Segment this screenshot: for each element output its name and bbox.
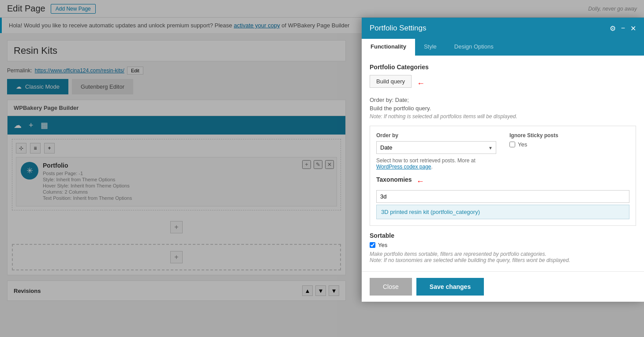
modal-tabs: Functionality Style Design Options <box>362 39 644 56</box>
query-row: Order by Date Title Modified Random Sele… <box>376 132 629 170</box>
order-by-select-wrapper: Date Title Modified Random <box>376 141 496 154</box>
order-by-select[interactable]: Date Title Modified Random <box>376 141 496 154</box>
modal-settings-button[interactable]: ⚙ <box>610 24 616 33</box>
order-by-subtitle: Build the portfolio query. <box>370 105 636 112</box>
codex-link[interactable]: WordPress codex page <box>376 164 431 170</box>
arrow-indicator-2: ← <box>416 177 424 186</box>
order-by-label: Order by <box>376 132 496 139</box>
order-by-text: Order by: Date; <box>370 97 636 103</box>
sortable-check-row: Yes <box>370 242 636 248</box>
sortable-note-1: Make portfolio items sortable, filters a… <box>370 251 636 257</box>
taxonomies-label: Taxonomies <box>376 176 412 183</box>
modal-title: Portfolio Settings <box>370 24 427 33</box>
sortable-checkbox[interactable] <box>370 242 375 248</box>
modal-body: Portfolio Categories Build query ← Order… <box>362 56 644 271</box>
ignore-sticky-checkbox-row: Yes <box>509 141 629 148</box>
ignore-sticky-label: Ignore Sticky posts <box>509 132 629 139</box>
tab-functionality[interactable]: Functionality <box>362 39 415 56</box>
build-query-row: Build query ← <box>370 75 636 92</box>
modal-header-actions: ⚙ − ✕ <box>610 24 636 33</box>
tab-style[interactable]: Style <box>415 39 446 56</box>
build-query-button[interactable]: Build query <box>370 75 412 88</box>
modal-minimize-button[interactable]: − <box>621 24 625 32</box>
order-by-col: Order by Date Title Modified Random Sele… <box>376 132 496 170</box>
save-changes-button[interactable]: Save changes <box>416 278 484 296</box>
modal-header: Portfolio Settings ⚙ − ✕ <box>362 18 644 39</box>
ignore-sticky-checkbox[interactable] <box>509 142 515 147</box>
query-builder-box: Order by Date Title Modified Random Sele… <box>370 126 636 226</box>
close-button[interactable]: Close <box>370 278 412 296</box>
tab-design-options[interactable]: Design Options <box>446 39 502 56</box>
portfolio-settings-modal: Portfolio Settings ⚙ − ✕ Functionality S… <box>362 18 644 302</box>
taxonomies-header: Taxonomies ← <box>376 176 629 187</box>
arrow-indicator-1: ← <box>417 79 425 88</box>
sortable-yes-label: Yes <box>378 242 387 248</box>
modal-close-button[interactable]: ✕ <box>630 24 636 33</box>
modal-footer: Close Save changes <box>362 271 644 302</box>
sortable-section: Sortable Yes Make portfolio items sortab… <box>370 232 636 263</box>
order-by-note: Note: If nothing is selected all portfol… <box>370 113 636 120</box>
portfolio-categories-title: Portfolio Categories <box>370 64 636 71</box>
taxonomies-selected-item: 3D printed resin kit (portfolio_category… <box>376 205 629 219</box>
sortable-label: Sortable <box>370 232 636 239</box>
taxonomies-section: Taxonomies ← 3D printed resin kit (portf… <box>376 176 629 219</box>
ignore-sticky-yes-label: Yes <box>518 141 527 148</box>
ignore-sticky-col: Ignore Sticky posts Yes <box>509 132 629 170</box>
order-note: Select how to sort retrieved posts. More… <box>376 157 496 170</box>
sortable-note-2: Note: If no taxonomies are selected whil… <box>370 257 636 263</box>
taxonomies-search-input[interactable] <box>376 190 629 203</box>
